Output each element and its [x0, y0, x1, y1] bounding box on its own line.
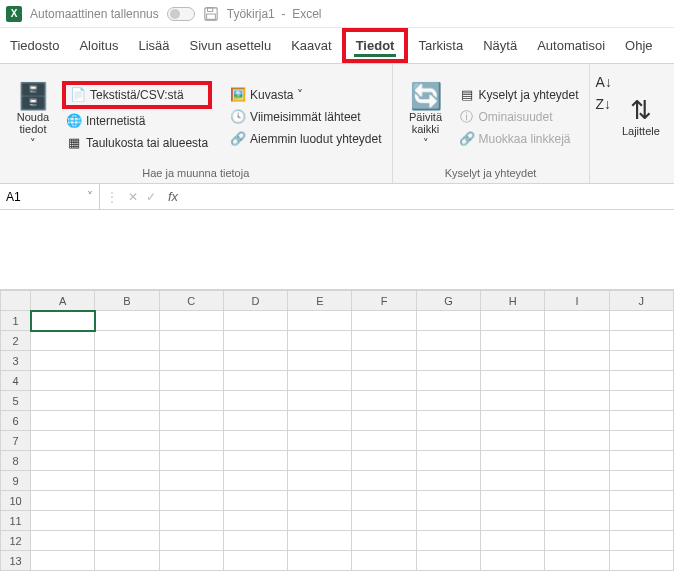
cell-F6[interactable]: [352, 411, 416, 431]
muokkaa-linkkeja-button[interactable]: 🔗 Muokkaa linkkejä: [455, 129, 583, 149]
cell-H4[interactable]: [481, 371, 545, 391]
cell-J13[interactable]: [609, 551, 673, 571]
col-header-A[interactable]: A: [31, 291, 95, 311]
cell-H8[interactable]: [481, 451, 545, 471]
cell-H9[interactable]: [481, 471, 545, 491]
cell-F1[interactable]: [352, 311, 416, 331]
cell-G9[interactable]: [416, 471, 480, 491]
cell-B8[interactable]: [95, 451, 159, 471]
cell-B10[interactable]: [95, 491, 159, 511]
cell-A8[interactable]: [31, 451, 95, 471]
cell-E9[interactable]: [288, 471, 352, 491]
cell-F12[interactable]: [352, 531, 416, 551]
save-icon[interactable]: [203, 6, 219, 22]
row-header-1[interactable]: 1: [1, 311, 31, 331]
row-header-5[interactable]: 5: [1, 391, 31, 411]
cell-E13[interactable]: [288, 551, 352, 571]
tekstista-csv-button[interactable]: 📄 Tekstistä/CSV:stä: [62, 81, 212, 109]
cell-C9[interactable]: [159, 471, 223, 491]
cell-A2[interactable]: [31, 331, 95, 351]
cell-F8[interactable]: [352, 451, 416, 471]
cell-J1[interactable]: [609, 311, 673, 331]
viimeisimmat-button[interactable]: 🕓 Viimeisimmät lähteet: [226, 107, 385, 127]
cell-I8[interactable]: [545, 451, 609, 471]
sort-desc-icon[interactable]: Z↓: [596, 96, 612, 112]
aiemmin-button[interactable]: 🔗 Aiemmin luodut yhteydet: [226, 129, 385, 149]
kuvasta-button[interactable]: 🖼️ Kuvasta ˅: [226, 85, 385, 105]
tab-sivun-asettelu[interactable]: Sivun asettelu: [180, 28, 282, 63]
cell-D7[interactable]: [223, 431, 287, 451]
cell-C13[interactable]: [159, 551, 223, 571]
cell-A3[interactable]: [31, 351, 95, 371]
tab-tarkista[interactable]: Tarkista: [408, 28, 473, 63]
cell-A1[interactable]: [31, 311, 95, 331]
col-header-J[interactable]: J: [609, 291, 673, 311]
cell-C12[interactable]: [159, 531, 223, 551]
cell-B12[interactable]: [95, 531, 159, 551]
cell-B1[interactable]: [95, 311, 159, 331]
cell-A12[interactable]: [31, 531, 95, 551]
cell-C2[interactable]: [159, 331, 223, 351]
row-header-11[interactable]: 11: [1, 511, 31, 531]
tab-nayta[interactable]: Näytä: [473, 28, 527, 63]
cell-I1[interactable]: [545, 311, 609, 331]
cell-C6[interactable]: [159, 411, 223, 431]
cell-H12[interactable]: [481, 531, 545, 551]
cell-F4[interactable]: [352, 371, 416, 391]
cell-G7[interactable]: [416, 431, 480, 451]
tab-aloitus[interactable]: Aloitus: [69, 28, 128, 63]
cell-I9[interactable]: [545, 471, 609, 491]
cell-H6[interactable]: [481, 411, 545, 431]
cell-F10[interactable]: [352, 491, 416, 511]
cell-H13[interactable]: [481, 551, 545, 571]
cell-E4[interactable]: [288, 371, 352, 391]
chevron-down-icon[interactable]: ˅: [87, 190, 93, 204]
cell-E12[interactable]: [288, 531, 352, 551]
cell-A5[interactable]: [31, 391, 95, 411]
cell-B6[interactable]: [95, 411, 159, 431]
cell-A11[interactable]: [31, 511, 95, 531]
cell-F9[interactable]: [352, 471, 416, 491]
cell-H7[interactable]: [481, 431, 545, 451]
row-header-13[interactable]: 13: [1, 551, 31, 571]
cell-I4[interactable]: [545, 371, 609, 391]
cell-F5[interactable]: [352, 391, 416, 411]
cell-G11[interactable]: [416, 511, 480, 531]
cell-B13[interactable]: [95, 551, 159, 571]
cell-B9[interactable]: [95, 471, 159, 491]
fx-icon[interactable]: fx: [160, 189, 186, 204]
cell-C8[interactable]: [159, 451, 223, 471]
cell-D2[interactable]: [223, 331, 287, 351]
taulukosta-button[interactable]: ▦ Taulukosta tai alueesta: [62, 133, 212, 153]
tab-automatisoi[interactable]: Automatisoi: [527, 28, 615, 63]
internetista-button[interactable]: 🌐 Internetistä: [62, 111, 212, 131]
cell-E10[interactable]: [288, 491, 352, 511]
col-header-F[interactable]: F: [352, 291, 416, 311]
worksheet[interactable]: ABCDEFGHIJ12345678910111213: [0, 290, 674, 571]
cell-A9[interactable]: [31, 471, 95, 491]
cell-J2[interactable]: [609, 331, 673, 351]
cell-A4[interactable]: [31, 371, 95, 391]
cell-A13[interactable]: [31, 551, 95, 571]
cell-D5[interactable]: [223, 391, 287, 411]
cell-A7[interactable]: [31, 431, 95, 451]
cell-H11[interactable]: [481, 511, 545, 531]
cell-B2[interactable]: [95, 331, 159, 351]
sort-asc-icon[interactable]: A↓: [596, 74, 612, 90]
col-header-E[interactable]: E: [288, 291, 352, 311]
cell-F7[interactable]: [352, 431, 416, 451]
cell-A6[interactable]: [31, 411, 95, 431]
lajittele-button[interactable]: ⇅ Lajittele: [614, 68, 668, 165]
row-header-4[interactable]: 4: [1, 371, 31, 391]
cell-D1[interactable]: [223, 311, 287, 331]
cell-G2[interactable]: [416, 331, 480, 351]
cell-C7[interactable]: [159, 431, 223, 451]
nouda-tiedot-button[interactable]: 🗄️ Nouda tiedot ˅: [6, 68, 60, 165]
cell-H10[interactable]: [481, 491, 545, 511]
cell-E6[interactable]: [288, 411, 352, 431]
cell-J10[interactable]: [609, 491, 673, 511]
cell-I7[interactable]: [545, 431, 609, 451]
cell-G10[interactable]: [416, 491, 480, 511]
cell-I13[interactable]: [545, 551, 609, 571]
cell-D11[interactable]: [223, 511, 287, 531]
